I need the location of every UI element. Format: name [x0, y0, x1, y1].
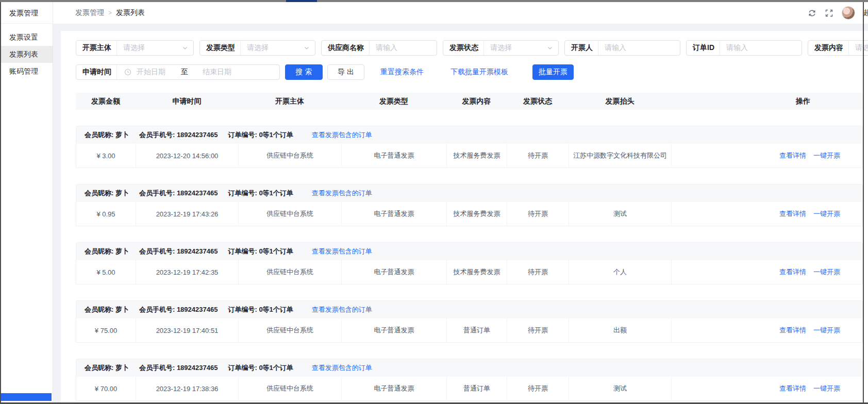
reset-search-link[interactable]: 重置搜索条件 — [380, 68, 424, 77]
cell-invoice-type: 电子普通发票 — [342, 144, 447, 167]
cell-actions: 查看详情 一键开票 — [672, 260, 862, 284]
one-click-invoice-link[interactable]: 一键开票 — [813, 151, 840, 160]
col-header-title: 发票抬头 — [569, 93, 671, 110]
invoice-group: 会员昵称: 萝卜 会员手机号: 18924237465 订单编号: 0等1个订单… — [76, 242, 863, 284]
window-border-left — [0, 0, 1, 404]
refresh-icon[interactable] — [808, 9, 816, 18]
cell-amount: ¥ 75.00 — [76, 318, 136, 342]
start-date-placeholder[interactable]: 开始日期 — [137, 68, 165, 77]
user-avatar[interactable] — [842, 6, 855, 20]
cell-subject: 供应链中台系统 — [239, 260, 342, 284]
sidebar-title: 发票管理 — [1, 2, 53, 24]
view-detail-link[interactable]: 查看详情 — [779, 267, 806, 277]
table-body: 会员昵称: 萝卜 会员手机号: 18924237465 订单编号: 0等1个订单… — [76, 126, 863, 401]
sidebar-item-invoice-list[interactable]: 发票列表 — [1, 46, 53, 63]
col-header-amount: 发票金额 — [76, 93, 136, 110]
cell-title: 测试 — [569, 202, 672, 226]
download-batch-template-link[interactable]: 下载批量开票模板 — [450, 68, 508, 77]
group-header: 会员昵称: 萝卜 会员手机号: 18924237465 订单编号: 0等1个订单… — [76, 301, 862, 318]
filter-label: 供应商名称 — [322, 43, 369, 53]
cell-title: 测试 — [569, 377, 672, 400]
breadcrumb-current: 发票列表 — [116, 8, 145, 18]
member-nickname: 会员昵称: 萝卜 — [85, 363, 129, 373]
view-included-orders-link[interactable]: 查看发票包含的订单 — [312, 189, 372, 198]
order-number: 订单编号: 0等1个订单 — [228, 363, 293, 373]
cell-apply-time: 2023-12-19 17:38:36 — [136, 377, 239, 400]
filter-invoice-subject-select[interactable]: 开票主体 请选择 — [76, 40, 194, 56]
breadcrumb-parent[interactable]: 发票管理 — [75, 8, 104, 18]
group-header: 会员昵称: 萝卜 会员手机号: 18924237465 订单编号: 0等1个订单… — [76, 184, 862, 202]
cell-amount: ¥ 3.00 — [76, 144, 136, 167]
filter-invoice-type-select[interactable]: 发票类型 请选择 — [199, 40, 315, 56]
cell-status: 待开票 — [507, 144, 569, 167]
view-detail-link[interactable]: 查看详情 — [779, 326, 806, 335]
cell-title: 出额 — [569, 318, 672, 342]
cell-apply-time: 2023-12-20 14:56:00 — [136, 144, 239, 167]
view-included-orders-link[interactable]: 查看发票包含的订单 — [312, 305, 372, 314]
cell-content: 技术服务费发票 — [447, 202, 507, 226]
view-detail-link[interactable]: 查看详情 — [779, 209, 806, 218]
filter-order-id-input[interactable]: 订单ID 请输入 — [686, 40, 802, 56]
view-included-orders-link[interactable]: 查看发票包含的订单 — [312, 363, 372, 373]
sidebar-bottom-bar[interactable] — [1, 393, 52, 401]
col-header-apply-time: 申请时间 — [136, 93, 238, 110]
view-included-orders-link[interactable]: 查看发票包含的订单 — [312, 247, 372, 256]
cell-actions: 查看详情 一键开票 — [672, 202, 862, 226]
fullscreen-icon[interactable] — [825, 9, 833, 18]
one-click-invoice-link[interactable]: 一键开票 — [813, 267, 840, 277]
batch-invoice-button[interactable]: 批量开票 — [532, 64, 574, 80]
chevron-down-icon — [304, 45, 310, 51]
cell-content: 技术服务费发票 — [447, 144, 507, 167]
cell-actions: 查看详情 一键开票 — [672, 318, 862, 342]
window-top-strip — [0, 0, 868, 2]
cell-status: 待开票 — [507, 260, 569, 284]
cell-status: 待开票 — [507, 202, 569, 226]
one-click-invoice-link[interactable]: 一键开票 — [813, 209, 840, 218]
sidebar-item-invoice-settings[interactable]: 发票设置 — [1, 29, 53, 46]
export-button[interactable]: 导 出 — [327, 64, 364, 80]
date-range-separator: 至 — [181, 68, 188, 77]
table-row: ¥ 5.00 2023-12-19 17:42:35 供应链中台系统 电子普通发… — [76, 260, 862, 284]
clock-icon — [124, 69, 131, 76]
filter-invoice-status-select[interactable]: 发票状态 请选择 — [443, 40, 559, 56]
one-click-invoice-link[interactable]: 一键开票 — [813, 384, 840, 393]
member-nickname: 会员昵称: 萝卜 — [85, 247, 129, 256]
end-date-placeholder[interactable]: 结束日期 — [203, 68, 231, 77]
sidebar-item-account-code[interactable]: 账码管理 — [1, 63, 53, 80]
breadcrumb: 发票管理 > 发票列表 — [75, 2, 145, 24]
filter-issuer-input[interactable]: 开票人 请输入 — [564, 40, 680, 56]
cell-subject: 供应链中台系统 — [239, 144, 342, 167]
cell-status: 待开票 — [507, 318, 569, 342]
filter-row-2: 申请时间 开始日期 至 结束日期 搜 索 导 出 重置搜索条件 下载批量开票模板… — [76, 64, 574, 80]
window-border-right — [863, 0, 864, 404]
member-phone: 会员手机号: 18924237465 — [139, 305, 218, 314]
cell-content: 普通订单 — [447, 318, 507, 342]
filter-label: 发票内容 — [808, 43, 848, 53]
member-nickname: 会员昵称: 萝卜 — [85, 305, 129, 314]
col-header-status: 发票状态 — [507, 93, 569, 110]
view-detail-link[interactable]: 查看详情 — [779, 384, 806, 393]
order-number: 订单编号: 0等1个订单 — [228, 305, 293, 314]
search-button[interactable]: 搜 索 — [285, 64, 323, 80]
col-header-subject: 开票主体 — [238, 93, 341, 110]
member-nickname: 会员昵称: 萝卜 — [85, 189, 129, 198]
filter-placeholder: 请选择 — [484, 43, 547, 53]
filter-placeholder: 请选择 — [241, 43, 304, 53]
col-header-actions: 操作 — [671, 93, 863, 110]
cell-subject: 供应链中台系统 — [239, 318, 342, 342]
sidebar-menu: 发票设置 发票列表 账码管理 — [1, 24, 53, 80]
group-header: 会员昵称: 萝卜 会员手机号: 18924237465 订单编号: 0等1个订单… — [76, 359, 862, 377]
filter-supplier-name-input[interactable]: 供应商名称 请输入 — [321, 40, 437, 56]
view-included-orders-link[interactable]: 查看发票包含的订单 — [312, 130, 372, 140]
filter-label: 发票状态 — [443, 43, 483, 53]
view-detail-link[interactable]: 查看详情 — [779, 151, 806, 160]
header-actions: 超级管理员 — [808, 2, 868, 24]
order-number: 订单编号: 0等1个订单 — [228, 247, 293, 256]
one-click-invoice-link[interactable]: 一键开票 — [813, 326, 840, 335]
table-header-row: 发票金额 申请时间 开票主体 发票类型 发票内容 发票状态 发票抬头 操作 — [76, 93, 863, 110]
cell-title: 个人 — [569, 260, 672, 284]
filter-invoice-content-select[interactable]: 发票内容 请选择 — [808, 40, 868, 56]
apply-time-range-picker[interactable]: 申请时间 开始日期 至 结束日期 — [76, 64, 280, 80]
col-header-invoice-type: 发票类型 — [341, 93, 446, 110]
cell-apply-time: 2023-12-19 17:40:51 — [136, 318, 239, 342]
